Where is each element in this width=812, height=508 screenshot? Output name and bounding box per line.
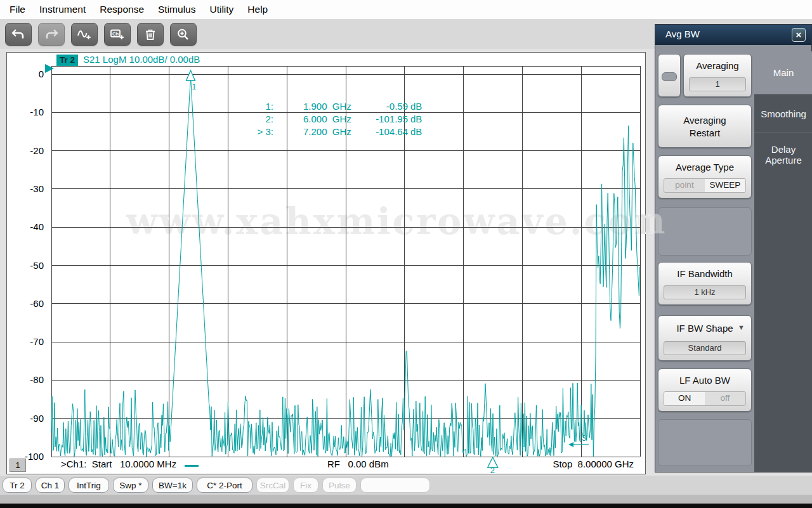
marker-3-label: 3 — [582, 433, 586, 443]
trace-chip[interactable]: Tr 2 — [56, 55, 78, 66]
tab-main[interactable]: Main — [754, 51, 812, 94]
trace-color-dash — [185, 465, 199, 467]
undo-button[interactable] — [5, 23, 32, 46]
y-tick--90: -90 — [16, 413, 44, 424]
menu-file[interactable]: File — [3, 4, 32, 15]
y-tick--50: -50 — [16, 260, 44, 271]
status-srccal-button: SrcCal — [256, 478, 289, 493]
panel-header: Avg BW × — [655, 25, 811, 45]
svg-text:Ch: Ch — [112, 30, 119, 36]
status-trigger-button[interactable]: IntTrig — [69, 478, 109, 493]
new-channel-icon: Ch — [110, 28, 125, 41]
empty-slot-2 — [658, 419, 752, 466]
averaging-restart-line1: Averaging — [658, 114, 751, 127]
y-tick--70: -70 — [16, 336, 44, 347]
new-trace-button[interactable] — [71, 23, 98, 46]
marker-1-triangle[interactable] — [187, 70, 195, 81]
lf-auto-bw-option-on[interactable]: ON — [664, 392, 705, 405]
marker-2-id: 2: — [243, 114, 273, 124]
delete-trace-button[interactable] — [137, 23, 164, 46]
zoom-button[interactable] — [170, 23, 197, 46]
lf-auto-bw-button[interactable]: LF Auto BW ON off — [658, 368, 752, 412]
channel-number-chip[interactable]: 1 — [10, 459, 26, 472]
if-bw-shape-button[interactable]: IF BW Shape ▼ Standard — [658, 315, 752, 361]
marker-3-value: -104.64 — [347, 126, 408, 137]
if-bandwidth-label: IF Bandwidth — [658, 268, 751, 279]
stop-frequency-label[interactable]: Stop 8.00000 GHz — [553, 459, 634, 469]
if-bw-shape-label: IF BW Shape — [658, 323, 751, 334]
marker-3-id: > 3: — [243, 126, 273, 137]
empty-slot-1 — [658, 207, 752, 256]
status-channel-button[interactable]: Ch 1 — [36, 478, 65, 493]
start-frequency-label[interactable]: >Ch1: Start 10.0000 MHz — [61, 459, 176, 469]
marker-1-unit: dB — [410, 101, 422, 112]
averaging-restart-button[interactable]: Averaging Restart — [658, 105, 752, 148]
if-bandwidth-button[interactable]: IF Bandwidth 1 kHz — [658, 262, 752, 305]
status-blank-button — [360, 478, 430, 493]
marker-1-label: 1 — [192, 82, 197, 91]
marker-3-freq: 7.200 GHz — [303, 126, 351, 137]
zoom-icon — [176, 28, 191, 41]
averaging-label: Averaging — [684, 60, 751, 71]
trace-format-label[interactable]: S21 LogM 10.00dB/ 0.00dB — [83, 54, 200, 65]
averaging-button[interactable]: Averaging 1 — [683, 54, 752, 97]
marker-2-value: -101.95 — [347, 114, 408, 124]
marker-2-freq: 6.000 GHz — [303, 114, 351, 124]
menu-help[interactable]: Help — [240, 4, 275, 15]
y-tick--30: -30 — [16, 183, 44, 194]
average-type-button[interactable]: Average Type point SWEEP — [658, 155, 752, 199]
panel-title: Avg BW — [665, 29, 700, 39]
close-icon[interactable]: × — [792, 28, 806, 42]
lf-auto-bw-segmented: ON off — [664, 391, 746, 406]
plot-window: www.xahxmicrowave.com 123 Tr 2 S21 LogM … — [6, 52, 646, 474]
menu-utility[interactable]: Utility — [202, 4, 240, 15]
status-bar: Tr 2 Ch 1 IntTrig Swp * BW=1k C* 2-Port … — [0, 476, 812, 495]
delete-icon — [143, 28, 158, 41]
status-trace-button[interactable]: Tr 2 — [3, 478, 32, 493]
new-trace-icon — [77, 28, 92, 41]
marker-2-label: 2 — [490, 466, 495, 474]
menu-bar: File Instrument Response Stimulus Utilit… — [0, 0, 812, 19]
status-bandwidth-button[interactable]: BW=1k — [152, 478, 193, 493]
average-type-option-point[interactable]: point — [664, 179, 705, 192]
bottom-black-bar — [0, 504, 812, 508]
undo-icon — [11, 28, 26, 41]
y-tick--10: -10 — [16, 107, 44, 117]
rf-power-label[interactable]: RF 0.00 dBm — [327, 459, 389, 469]
averaging-toggle-button[interactable] — [658, 54, 681, 97]
average-type-label: Average Type — [658, 162, 751, 173]
menu-instrument[interactable]: Instrument — [32, 4, 93, 15]
status-fix-button: Fix — [293, 478, 318, 493]
y-tick--40: -40 — [16, 221, 44, 232]
status-sweep-button[interactable]: Swp * — [113, 478, 148, 493]
lf-auto-bw-option-off[interactable]: off — [705, 392, 745, 405]
y-axis-labels: 0-10-20-30-40-50-60-70-80-90-100 — [16, 53, 48, 475]
marker-3-arrowhead — [568, 442, 573, 447]
if-bw-shape-value[interactable]: Standard — [664, 341, 746, 355]
marker-2-unit: dB — [410, 114, 422, 124]
marker-1-freq: 1.900 GHz — [303, 101, 351, 112]
y-tick--20: -20 — [16, 145, 44, 156]
menu-stimulus[interactable]: Stimulus — [151, 4, 202, 15]
status-calibration-button[interactable]: C* 2-Port — [197, 478, 252, 493]
tab-delay-aperture[interactable]: Delay Aperture — [754, 133, 812, 176]
if-bandwidth-value[interactable]: 1 kHz — [664, 285, 746, 299]
toggle-pill-icon — [662, 72, 677, 81]
redo-button — [38, 23, 65, 46]
marker-1-id: 1: — [243, 101, 273, 112]
average-type-segmented: point SWEEP — [664, 178, 746, 193]
status-pulse-button: Pulse — [322, 478, 357, 493]
chevron-down-icon[interactable]: ▼ — [738, 323, 745, 331]
marker-3-unit: dB — [410, 126, 422, 137]
menu-response[interactable]: Response — [93, 4, 151, 15]
avg-bw-panel: Avg BW × Main Smoothing Delay Aperture A… — [655, 24, 812, 472]
averaging-value[interactable]: 1 — [689, 77, 746, 91]
new-channel-button[interactable]: Ch — [104, 23, 131, 46]
average-type-option-sweep[interactable]: SWEEP — [705, 179, 745, 192]
marker-1-value: -0.59 — [347, 101, 408, 112]
y-tick--60: -60 — [16, 298, 44, 309]
bottom-strip — [0, 495, 812, 504]
redo-icon — [44, 28, 59, 41]
averaging-restart-line2: Restart — [658, 127, 751, 140]
tab-smoothing[interactable]: Smoothing — [754, 94, 812, 133]
